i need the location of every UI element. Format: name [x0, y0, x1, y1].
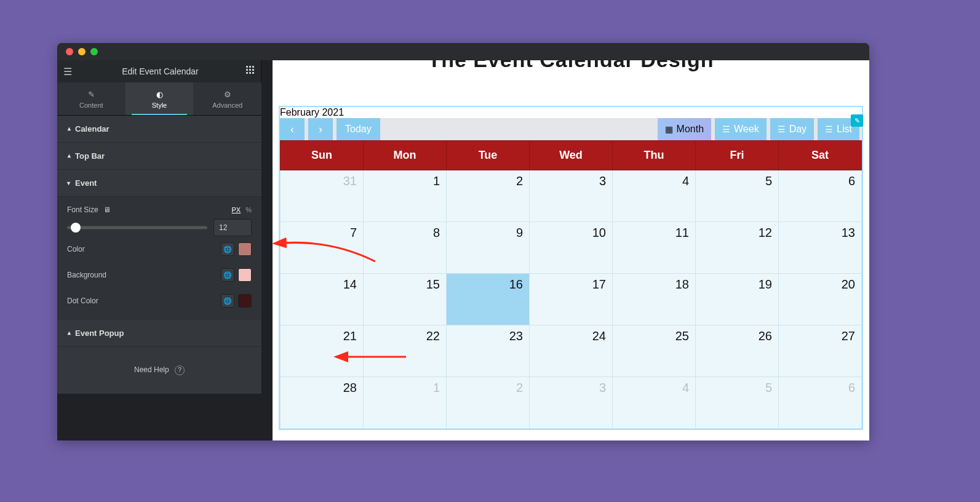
- view-week-button[interactable]: ☰ Week: [715, 118, 767, 140]
- background-row: Background 🌐: [67, 262, 252, 288]
- calendar-day-cell[interactable]: 3: [530, 377, 613, 429]
- app-window: ☰ Edit Event Calendar ✎ Content ◐ Style …: [57, 43, 869, 440]
- calendar-day-cell[interactable]: 4: [613, 377, 696, 429]
- svg-rect-5: [252, 69, 254, 71]
- calendar-day-cell[interactable]: 18: [613, 274, 696, 325]
- view-day-button[interactable]: ☰ Day: [770, 118, 814, 140]
- desktop-icon[interactable]: 🖥: [103, 205, 111, 214]
- calendar-day-cell[interactable]: 5: [696, 377, 779, 429]
- help-row[interactable]: Need Help ?: [57, 347, 261, 394]
- gear-icon: ⚙: [193, 90, 261, 99]
- view-month-button[interactable]: ▦ Month: [658, 118, 711, 140]
- panel-tabs: ✎ Content ◐ Style ⚙ Advanced: [57, 82, 261, 116]
- font-size-input[interactable]: [213, 219, 252, 236]
- next-month-button[interactable]: ›: [308, 118, 333, 140]
- calendar-day-cell[interactable]: 13: [779, 222, 862, 274]
- calendar-day-cell[interactable]: 27: [779, 325, 862, 377]
- close-window-icon[interactable]: [66, 48, 73, 55]
- color-swatch[interactable]: [238, 242, 252, 256]
- calendar-day-cell[interactable]: 7: [281, 222, 364, 274]
- global-color-icon[interactable]: 🌐: [221, 268, 234, 282]
- menu-icon[interactable]: ☰: [63, 66, 74, 78]
- calendar-day-cell[interactable]: 5: [696, 170, 779, 222]
- calendar-day-cell[interactable]: 9: [447, 222, 530, 274]
- unit-px[interactable]: PX: [232, 206, 241, 213]
- calendar-week-row: 21222324252627: [281, 325, 862, 377]
- section-calendar-label: Calendar: [75, 124, 110, 133]
- background-swatch[interactable]: [238, 268, 252, 282]
- svg-rect-7: [249, 72, 251, 74]
- calendar-day-cell[interactable]: 22: [364, 325, 447, 377]
- global-color-icon[interactable]: 🌐: [221, 242, 234, 256]
- tab-advanced[interactable]: ⚙ Advanced: [193, 82, 261, 115]
- calendar-day-cell[interactable]: 19: [696, 274, 779, 325]
- svg-rect-2: [252, 66, 254, 68]
- minimize-window-icon[interactable]: [78, 48, 86, 55]
- day-header: Wed: [530, 141, 613, 170]
- view-day-label: Day: [789, 124, 807, 135]
- apps-grid-icon[interactable]: [246, 66, 255, 77]
- calendar-day-cell[interactable]: 23: [447, 325, 530, 377]
- caret-icon: ▸: [65, 127, 72, 130]
- calendar-day-cell[interactable]: 21: [281, 325, 364, 377]
- calendar-day-cell[interactable]: 4: [613, 170, 696, 222]
- day-header: Sun: [281, 141, 364, 170]
- calendar-day-cell[interactable]: 1: [364, 377, 447, 429]
- calendar-day-cell[interactable]: 31: [281, 170, 364, 222]
- calendar-week-row: 31123456: [281, 170, 862, 222]
- calendar-day-cell[interactable]: 17: [530, 274, 613, 325]
- color-label: Color: [67, 245, 85, 253]
- font-size-slider[interactable]: [67, 221, 207, 234]
- section-event-popup[interactable]: ▸ Event Popup: [57, 320, 261, 347]
- calendar-day-cell[interactable]: 3: [530, 170, 613, 222]
- calendar-day-cell[interactable]: 11: [613, 222, 696, 274]
- calendar-day-cell[interactable]: 6: [779, 170, 862, 222]
- today-button[interactable]: Today: [337, 118, 380, 140]
- unit-percent[interactable]: %: [245, 206, 252, 213]
- calendar-day-cell[interactable]: 10: [530, 222, 613, 274]
- tab-style-label: Style: [152, 102, 167, 109]
- calendar-day-cell[interactable]: 26: [696, 325, 779, 377]
- font-size-slider-row: [67, 219, 252, 236]
- day-header: Thu: [613, 141, 696, 170]
- calendar-grid: SunMonTueWedThuFriSat 311234567891011121…: [280, 140, 862, 429]
- calendar-day-cell[interactable]: 25: [613, 325, 696, 377]
- calendar-day-cell[interactable]: 6: [779, 377, 862, 429]
- calendar-day-cell[interactable]: 20: [779, 274, 862, 325]
- section-event[interactable]: ▾ Event: [57, 170, 261, 197]
- svg-rect-1: [249, 66, 251, 68]
- calendar-day-cell[interactable]: 12: [696, 222, 779, 274]
- maximize-window-icon[interactable]: [90, 48, 98, 55]
- calendar-day-cell[interactable]: 24: [530, 325, 613, 377]
- edit-section-icon[interactable]: ✎: [851, 114, 863, 127]
- calendar-week-row: 28123456: [281, 377, 862, 429]
- calendar-day-cell[interactable]: 2: [447, 170, 530, 222]
- tab-style[interactable]: ◐ Style: [125, 82, 194, 115]
- section-topbar[interactable]: ▸ Top Bar: [57, 143, 261, 170]
- calendar-day-cell[interactable]: 16: [447, 274, 530, 325]
- prev-month-button[interactable]: ‹: [280, 118, 305, 140]
- preview-pane: The Event Calendar Design February 2021 …: [273, 60, 869, 440]
- calendar-day-cell[interactable]: 14: [281, 274, 364, 325]
- view-list-button[interactable]: ☰ List ✎: [818, 118, 859, 140]
- calendar-day-cell[interactable]: 15: [364, 274, 447, 325]
- calendar-month-label: February 2021: [280, 107, 862, 118]
- global-color-icon[interactable]: 🌐: [221, 294, 234, 308]
- section-calendar[interactable]: ▸ Calendar: [57, 116, 261, 143]
- tab-content[interactable]: ✎ Content: [57, 82, 125, 115]
- tab-advanced-label: Advanced: [212, 102, 242, 109]
- calendar-day-cell[interactable]: 28: [281, 377, 364, 429]
- list-icon: ☰: [722, 124, 730, 134]
- dotcolor-swatch[interactable]: [238, 294, 252, 308]
- panel-header: ☰ Edit Event Calendar: [57, 60, 261, 82]
- grid-icon: ▦: [665, 124, 673, 134]
- dotcolor-label: Dot Color: [67, 297, 98, 305]
- view-month-label: Month: [677, 124, 704, 135]
- editor-sidebar: ☰ Edit Event Calendar ✎ Content ◐ Style …: [57, 60, 261, 440]
- tab-content-label: Content: [79, 102, 103, 109]
- calendar-day-cell[interactable]: 8: [364, 222, 447, 274]
- calendar-day-cell[interactable]: 1: [364, 170, 447, 222]
- help-icon: ?: [175, 365, 185, 375]
- calendar-day-cell[interactable]: 2: [447, 377, 530, 429]
- window-titlebar: [57, 43, 869, 60]
